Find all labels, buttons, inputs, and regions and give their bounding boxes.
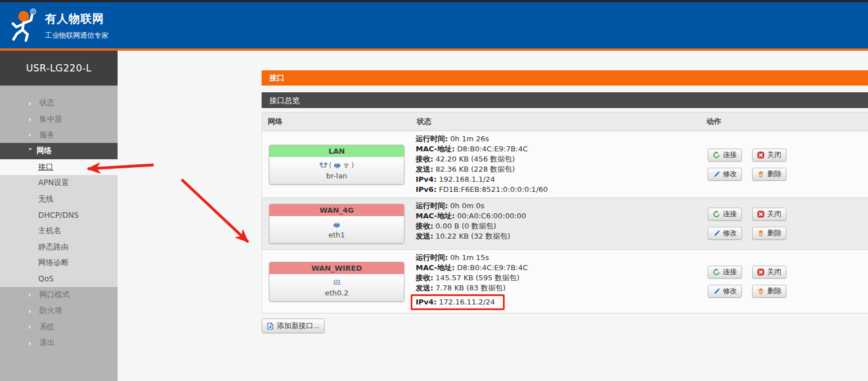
wifi-icon <box>343 162 350 169</box>
sidebar-item-concentrator[interactable]: › 集中器 <box>0 111 118 127</box>
ethernet-icon <box>334 162 341 169</box>
sidebar-item-status[interactable]: › 状态 <box>0 95 118 111</box>
sidebar-network-submenu: 接口 APN设置 无线 DHCP/DNS 主机名 静态路由 网络诊断 QoS <box>0 159 118 287</box>
add-interface-button[interactable]: 添加新接口... <box>262 319 325 333</box>
sidebar-item-interfaces[interactable]: 接口 <box>0 159 118 175</box>
column-header-status: 状态 <box>411 113 701 131</box>
pencil-icon <box>713 171 720 178</box>
trash-icon <box>757 171 764 178</box>
interface-badge: WAN_WIRED <box>269 262 404 274</box>
connect-button[interactable]: 连接 <box>708 266 742 279</box>
switch-icon <box>333 279 341 286</box>
interface-badge: WAN_4G <box>269 204 404 216</box>
interface-badge: LAN <box>269 145 404 157</box>
column-header-actions: 动作 <box>701 113 868 131</box>
refresh-icon <box>713 210 720 218</box>
delete-button[interactable]: 删除 <box>752 227 786 240</box>
chevron-right-icon: › <box>28 323 37 330</box>
interface-device: eth1 <box>272 231 402 239</box>
add-page-icon <box>267 322 274 330</box>
chevron-right-icon: › <box>28 339 37 347</box>
sidebar-item-wireless[interactable]: 无线 <box>0 191 118 207</box>
device-name: USR-LG220-L <box>0 51 118 86</box>
section-title: 接口总览 <box>262 92 868 108</box>
sidebar-item-apn[interactable]: APN设置 <box>0 175 118 191</box>
connect-button[interactable]: 连接 <box>708 208 742 221</box>
page-title: 接口 <box>262 70 868 86</box>
sidebar: USR-LG220-L › 状态 › 集中器 › 服务 › 网络 接口 APN设… <box>0 51 118 381</box>
paren-open: ( <box>329 162 332 169</box>
ethernet-icon <box>333 222 340 228</box>
interface-device: eth0.2 <box>272 289 402 297</box>
chevron-right-icon: › <box>28 307 37 315</box>
interface-device: br-lan <box>272 172 402 180</box>
sidebar-top-section: › 状态 › 集中器 › 服务 › 网络 <box>0 86 118 159</box>
app-header: R 有人物联网 工业物联网通信专家 <box>0 2 868 48</box>
interface-card-wan4g[interactable]: WAN_4G eth1 <box>269 204 404 244</box>
sidebar-item-diagnostics[interactable]: 网络诊断 <box>0 255 118 271</box>
shutdown-button[interactable]: 关闭 <box>752 266 786 279</box>
sidebar-item-port-mode[interactable]: › 网口模式 <box>0 287 118 303</box>
chevron-right-icon: › <box>28 291 37 298</box>
table-row-lan-actions-cell: 连接 关闭 修改 删除 <box>701 131 868 198</box>
brand-tagline: 工业物联网通信专家 <box>45 31 109 41</box>
trash-icon <box>757 288 764 295</box>
chevron-right-icon: › <box>28 115 37 123</box>
bridge-icon <box>320 162 327 169</box>
sidebar-bottom-section: › 网口模式 › 防火墙 › 系统 › 退出 <box>0 287 118 381</box>
table-row-lan-status-cell: 运行时间: 0h 1m 26s MAC-地址: D8:B0:4C:E9:7B:4… <box>411 131 701 198</box>
usr-iot-logo-icon: R <box>7 8 40 43</box>
sidebar-item-dhcp-dns[interactable]: DHCP/DNS <box>0 207 118 223</box>
main-content: 接口 接口总览 网络 状态 动作 LAN ( <box>262 51 868 333</box>
edit-button[interactable]: 修改 <box>708 168 742 181</box>
close-circle-icon <box>757 151 764 159</box>
table-row-wan4g-status-cell: 运行时间: 0h 0m 0s MAC-地址: 00:A0:C6:00:00:00… <box>411 198 701 250</box>
table-row-wanwired-actions-cell: 连接 关闭 修改 删除 <box>701 250 868 313</box>
table-row-lan-network-cell: LAN ( ) br-l <box>262 131 411 198</box>
sidebar-item-network[interactable]: › 网络 <box>0 143 118 159</box>
interface-card-wanwired[interactable]: WAN_WIRED eth0.2 <box>269 262 404 302</box>
table-row-wanwired-network-cell: WAN_WIRED eth0.2 <box>262 250 411 313</box>
edit-button[interactable]: 修改 <box>708 285 742 298</box>
column-header-network: 网络 <box>262 113 411 131</box>
pencil-icon <box>713 230 720 237</box>
shutdown-button[interactable]: 关闭 <box>752 149 786 162</box>
pencil-icon <box>713 288 720 295</box>
refresh-icon <box>713 151 720 159</box>
refresh-icon <box>713 268 720 276</box>
interfaces-table: 网络 状态 动作 LAN ( <box>262 112 868 313</box>
svg-text:R: R <box>32 10 35 14</box>
chevron-down-icon: › <box>27 147 34 155</box>
trash-icon <box>757 230 764 237</box>
sidebar-item-logout[interactable]: › 退出 <box>0 335 118 351</box>
sidebar-item-services[interactable]: › 服务 <box>0 127 118 143</box>
sidebar-item-static-routes[interactable]: 静态路由 <box>0 239 118 255</box>
annotation-highlight-box: IPv4: 172.16.11.2/24 <box>411 294 505 310</box>
table-row-wan4g-actions-cell: 连接 关闭 修改 删除 <box>701 198 868 250</box>
brand-title: 有人物联网 <box>45 11 109 26</box>
edit-button[interactable]: 修改 <box>708 227 742 240</box>
sidebar-item-qos[interactable]: QoS <box>0 271 118 286</box>
interface-card-lan[interactable]: LAN ( ) br-l <box>269 145 404 185</box>
chevron-right-icon: › <box>28 131 37 138</box>
table-row-wanwired-status-cell: 运行时间: 0h 1m 15s MAC-地址: D8:B0:4C:E9:7B:4… <box>411 250 701 313</box>
sidebar-item-system[interactable]: › 系统 <box>0 319 118 334</box>
sidebar-item-hostname[interactable]: 主机名 <box>0 223 118 239</box>
chevron-right-icon: › <box>28 100 37 107</box>
paren-close: ) <box>352 162 354 169</box>
delete-button[interactable]: 删除 <box>752 285 786 298</box>
sidebar-item-firewall[interactable]: › 防火墙 <box>0 303 118 319</box>
shutdown-button[interactable]: 关闭 <box>752 208 786 221</box>
close-circle-icon <box>757 268 764 276</box>
close-circle-icon <box>757 210 764 218</box>
table-row-wan4g-network-cell: WAN_4G eth1 <box>262 198 411 250</box>
delete-button[interactable]: 删除 <box>752 168 786 181</box>
connect-button[interactable]: 连接 <box>708 149 742 162</box>
